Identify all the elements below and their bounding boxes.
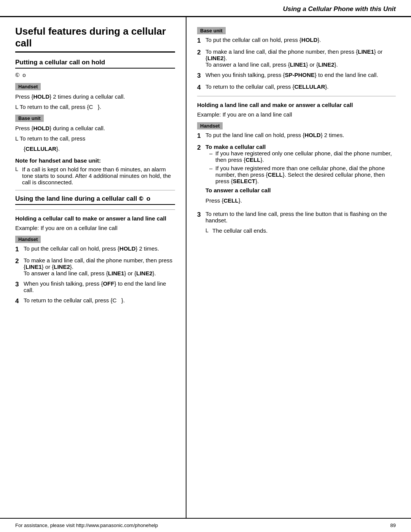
right-example: Example: If you are on a land line call <box>197 110 396 118</box>
base-text2: L To return to the call, press <box>15 134 175 142</box>
page-footer: For assistance, please visit http://www.… <box>0 518 411 532</box>
note-text: If a call is kept on hold for more than … <box>22 166 175 185</box>
right-item-2: 2 To make a land line call, dial the pho… <box>197 48 396 68</box>
right-note-bullet: L <box>206 227 212 233</box>
right-item-content-4: To return to the cellular call, press {C… <box>206 83 396 90</box>
right-item-num-3: 3 <box>197 72 206 80</box>
right-item-s2-2: 2 To make a cellular call – If you have … <box>197 144 396 207</box>
base-badge-right: Base unit <box>197 27 226 34</box>
item2-heading: To make a cellular call <box>206 144 266 150</box>
right-item-s2-3: 3 To return to the land line call, press… <box>197 211 396 224</box>
dash-item-2: – If you have registered more than one c… <box>206 165 396 184</box>
right-item-num-2: 2 <box>197 48 206 56</box>
page-number: 89 <box>390 522 396 528</box>
right-subsection-title: Holding a land line call and make or ans… <box>197 101 396 109</box>
item-content-1: To put the cellular call on hold, press … <box>24 245 175 252</box>
item-num-1: 1 <box>15 245 24 253</box>
dash-2: – <box>209 165 215 171</box>
right-item-3: 3 When you finish talking, press {SP-PHO… <box>197 72 396 80</box>
right-s2-num-2: 2 <box>197 144 206 152</box>
right-item-num-1: 1 <box>197 37 206 45</box>
dash-content-2: If you have registered more than one cel… <box>215 165 396 184</box>
item-num-4: 4 <box>15 297 24 305</box>
right-s2-num-3: 3 <box>197 211 206 219</box>
dash-content-1: If you have registered only one cellular… <box>215 150 396 163</box>
item-num-2: 2 <box>15 257 24 265</box>
handset-badge-2: Handset <box>15 236 41 243</box>
section1-title: Putting a cellular call on hold <box>15 59 175 69</box>
dash-item-1: – If you have registered only one cellul… <box>206 150 396 163</box>
base-text2b: {CELLULAR}. <box>24 145 175 153</box>
handset-badge-right: Handset <box>197 122 223 129</box>
right-s2-content-2: To make a cellular call – If you have re… <box>206 144 396 207</box>
header-title: Using a Cellular Phone with this Unit <box>283 5 396 13</box>
page-container: Using a Cellular Phone with this Unit Us… <box>0 0 411 532</box>
left-item-3: 3 When you finish talking, press {OFF} t… <box>15 280 175 293</box>
left-item-2: 2 To make a land line call, dial the pho… <box>15 257 175 276</box>
note-heading: Note for handset and base unit: <box>15 157 175 165</box>
base-text1: Press {HOLD} during a cellular call. <box>15 124 175 132</box>
left-column: Useful features during a cellular call P… <box>0 17 186 518</box>
page-header: Using a Cellular Phone with this Unit <box>0 0 411 17</box>
right-item-content-2: To make a land line call, dial the phone… <box>206 48 396 68</box>
answer-text: Press {CELL}. <box>206 197 396 204</box>
phone-icon: ✆ <box>14 71 21 80</box>
right-item-num-4: 4 <box>197 83 206 91</box>
dash-1: – <box>209 150 215 157</box>
answer-heading: To answer a cellular call <box>206 186 396 194</box>
section2-title: Using the land line during a cellular ca… <box>15 195 175 205</box>
base-badge-1: Base unit <box>15 115 44 122</box>
handset-badge-1: Handset <box>15 83 41 90</box>
separator-2 <box>15 209 175 210</box>
left-item-1: 1 To put the cellular call on hold, pres… <box>15 245 175 253</box>
subsection2-title: Holding a cellular call to make or answe… <box>15 214 175 222</box>
note-item: L If a call is kept on hold for more tha… <box>15 166 175 185</box>
right-note: L The cellular call ends. <box>206 227 396 234</box>
separator-1 <box>15 190 175 190</box>
section1-icon: ✆ o <box>15 71 175 79</box>
handset-text2: L To return to the call, press {C }. <box>15 103 175 111</box>
right-item-content-1: To put the cellular call on hold, press … <box>206 37 396 43</box>
main-title: Useful features during a cellular call <box>15 26 175 53</box>
item-num-3: 3 <box>15 280 24 288</box>
right-column: Base unit 1 To put the cellular call on … <box>186 17 411 518</box>
phone-icon-2: ✆ <box>138 195 145 203</box>
subsection2-example: Example: If you are on a cellular line c… <box>15 224 175 232</box>
item-content-4: To return to the cellular call, press {C… <box>24 297 175 304</box>
right-s2-content-1: To put the land line call on hold, press… <box>206 132 396 138</box>
right-item-s2-1: 1 To put the land line call on hold, pre… <box>197 132 396 140</box>
item-content-3: When you finish talking, press {OFF} to … <box>24 280 175 293</box>
right-item-content-3: When you finish talking, press {SP-PHONE… <box>206 72 396 78</box>
note-bullet: L <box>15 166 22 172</box>
content-area: Useful features during a cellular call P… <box>0 17 411 518</box>
footer-text: For assistance, please visit http://www.… <box>15 522 158 528</box>
right-item-1: 1 To put the cellular call on hold, pres… <box>197 37 396 45</box>
right-s2-content-3: To return to the land line call, press t… <box>206 211 396 224</box>
right-s2-num-1: 1 <box>197 132 206 140</box>
right-note-text: The cellular call ends. <box>212 227 396 234</box>
handset-text1: Press {HOLD} 2 times during a cellular c… <box>15 93 175 101</box>
right-separator-1 <box>197 96 396 96</box>
item-content-2: To make a land line call, dial the phone… <box>24 257 175 276</box>
left-item-4: 4 To return to the cellular call, press … <box>15 297 175 305</box>
right-item-4: 4 To return to the cellular call, press … <box>197 83 396 91</box>
